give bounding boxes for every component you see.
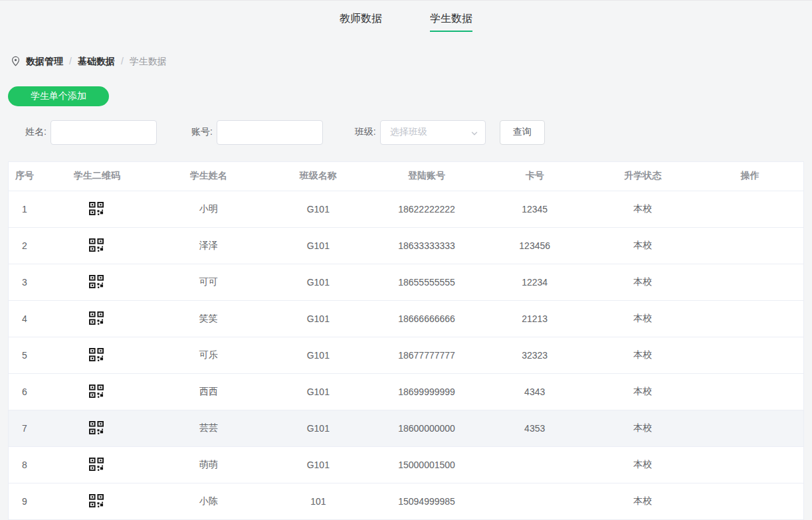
table-row[interactable]: 1 (9, 191, 803, 227)
qr-code-icon[interactable] (89, 311, 104, 325)
cell-card-number (480, 446, 589, 483)
cell-action (697, 373, 803, 410)
cell-login-account: 18699999999 (373, 373, 481, 410)
cell-login-account: 18622222222 (373, 191, 481, 227)
breadcrumb: 数据管理 / 基础数据 / 学生数据 (0, 37, 812, 68)
cell-class-name: G101 (264, 227, 373, 264)
table-row[interactable]: 6 (9, 373, 803, 410)
cell-card-number: 4343 (480, 373, 589, 410)
students-table: 序号学生二维码学生姓名班级名称登陆账号卡号升学状态操作 1 (8, 161, 804, 520)
cell-student-name: 泽泽 (153, 227, 264, 264)
cell-action (697, 264, 803, 300)
cell-qrcode (41, 446, 153, 483)
table-body: 1 (9, 191, 803, 519)
cell-status: 本校 (589, 264, 697, 300)
tab-label: 学生数据 (430, 12, 472, 26)
location-pin-icon (11, 56, 21, 66)
cell-index: 5 (9, 337, 41, 373)
cell-action (697, 446, 803, 483)
table-row[interactable]: 7 (9, 410, 803, 446)
cell-index: 1 (9, 191, 41, 227)
cell-card-number: 12234 (480, 264, 589, 300)
table-row[interactable]: 3 (9, 264, 803, 300)
qr-code-icon[interactable] (89, 421, 104, 435)
tab-teacher-data[interactable]: 教师数据 (340, 1, 382, 37)
tab-label: 教师数据 (340, 12, 382, 26)
column-header: 班级名称 (264, 162, 373, 191)
account-input[interactable] (217, 120, 323, 145)
cell-index: 2 (9, 227, 41, 264)
cell-student-name: 萌萌 (153, 446, 264, 483)
cell-status: 本校 (589, 410, 697, 446)
cell-action (697, 300, 803, 337)
cell-status: 本校 (589, 373, 697, 410)
cell-status: 本校 (589, 337, 697, 373)
class-select-placeholder: 选择班级 (390, 126, 427, 138)
cell-card-number: 12345 (480, 191, 589, 227)
cell-index: 3 (9, 264, 41, 300)
cell-action (697, 191, 803, 227)
page: 教师数据 学生数据 数据管理 / 基础数据 / 学生数据 学生单个添加 姓名: … (0, 0, 812, 520)
cell-qrcode (41, 410, 153, 446)
column-header: 卡号 (480, 162, 589, 191)
qr-code-icon[interactable] (89, 385, 104, 398)
qr-code-icon[interactable] (89, 494, 104, 508)
cell-qrcode (41, 264, 153, 300)
cell-action (697, 483, 803, 519)
cell-index: 7 (9, 410, 41, 446)
class-label: 班级: (355, 126, 376, 138)
cell-student-name: 西西 (153, 373, 264, 410)
breadcrumb-item-basic-data[interactable]: 基础数据 (78, 54, 115, 68)
breadcrumb-separator: / (69, 54, 72, 68)
breadcrumb-separator: / (121, 54, 124, 68)
cell-qrcode (41, 227, 153, 264)
cell-login-account: 18633333333 (373, 227, 481, 264)
table-row[interactable]: 9 (9, 483, 803, 519)
qr-code-icon[interactable] (89, 275, 104, 289)
table-row[interactable]: 2 (9, 227, 803, 264)
cell-card-number (480, 483, 589, 519)
cell-class-name: G101 (264, 373, 373, 410)
query-button[interactable]: 查询 (500, 120, 545, 145)
cell-login-account: 15094999985 (373, 483, 481, 519)
cell-card-number: 32323 (480, 337, 589, 373)
name-input[interactable] (51, 120, 157, 145)
qr-code-icon[interactable] (89, 458, 104, 472)
table-row[interactable]: 8 (9, 446, 803, 483)
cell-class-name: G101 (264, 410, 373, 446)
cell-action (697, 227, 803, 264)
qr-code-icon[interactable] (89, 348, 104, 362)
cell-class-name: G101 (264, 264, 373, 300)
name-label: 姓名: (25, 126, 47, 138)
breadcrumb-item-data-management[interactable]: 数据管理 (26, 54, 63, 68)
table-row[interactable]: 4 (9, 300, 803, 337)
cell-status: 本校 (589, 446, 697, 483)
add-student-button[interactable]: 学生单个添加 (8, 86, 109, 106)
cell-qrcode (41, 483, 153, 519)
column-header: 升学状态 (589, 162, 697, 191)
class-select[interactable]: 选择班级 (380, 120, 486, 145)
cell-action (697, 410, 803, 446)
cell-index: 4 (9, 300, 41, 337)
cell-card-number: 4353 (480, 410, 589, 446)
column-header: 登陆账号 (373, 162, 481, 191)
column-header: 操作 (697, 162, 803, 191)
cell-student-name: 可可 (153, 264, 264, 300)
qr-code-icon[interactable] (89, 202, 104, 216)
column-header: 学生姓名 (153, 162, 264, 191)
cell-qrcode (41, 300, 153, 337)
cell-status: 本校 (589, 191, 697, 227)
cell-qrcode (41, 373, 153, 410)
cell-student-name: 小明 (153, 191, 264, 227)
cell-status: 本校 (589, 483, 697, 519)
cell-class-name: G101 (264, 337, 373, 373)
cell-qrcode (41, 191, 153, 227)
tab-student-data[interactable]: 学生数据 (430, 1, 472, 37)
table-row[interactable]: 5 (9, 337, 803, 373)
cell-login-account: 18655555555 (373, 264, 481, 300)
cell-status: 本校 (589, 227, 697, 264)
column-header: 序号 (9, 162, 41, 191)
column-header: 学生二维码 (41, 162, 153, 191)
qr-code-icon[interactable] (89, 238, 104, 252)
breadcrumb-item-student-data: 学生数据 (130, 54, 167, 68)
